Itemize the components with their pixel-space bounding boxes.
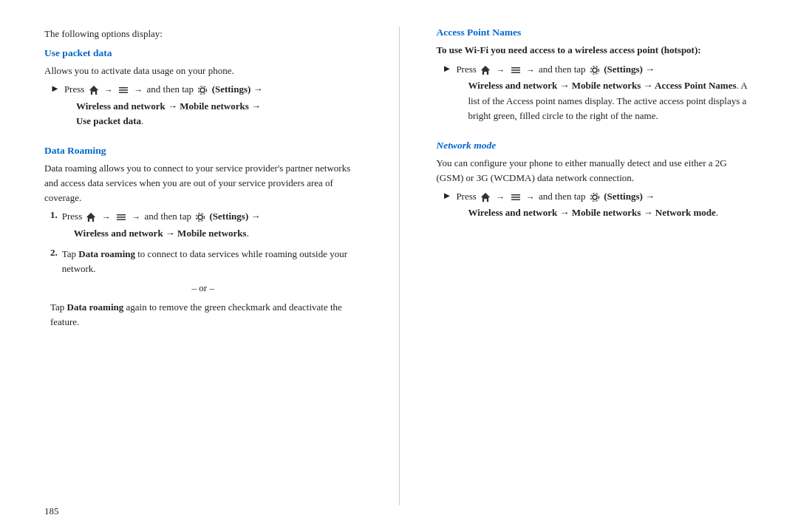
path-text4: Wireless and network → Mobile networks →… bbox=[468, 207, 715, 218]
arrow4: → bbox=[132, 212, 140, 222]
left-column: The following options display: Use packe… bbox=[44, 27, 362, 505]
press-label2: Press bbox=[62, 211, 82, 222]
access-point-names-heading: Access Point Names bbox=[437, 27, 754, 38]
svg-rect-5 bbox=[117, 214, 126, 216]
step2b: Tap Data roaming again to remove the gre… bbox=[44, 300, 362, 330]
press-label: Press bbox=[64, 83, 84, 95]
arrow5: → bbox=[496, 65, 505, 75]
svg-rect-11 bbox=[511, 69, 520, 71]
step2-num: 2. bbox=[50, 247, 58, 259]
use-packet-data-section: Use packet data Allows you to activate d… bbox=[44, 47, 362, 134]
arrow2: → bbox=[134, 85, 143, 95]
data-roaming-step1: 1. Press → bbox=[44, 209, 362, 243]
tap-label2: Tap bbox=[50, 301, 64, 313]
data-roaming-step2: 2. Tap Data roaming to connect to data s… bbox=[44, 247, 362, 276]
settings-label: (Settings) → bbox=[212, 83, 263, 95]
svg-point-8 bbox=[198, 215, 202, 219]
and-then-tap-label: and then tap bbox=[147, 83, 197, 95]
access-point-names-section: Access Point Names To use Wi-Fi you need… bbox=[437, 27, 754, 129]
arrow7: → bbox=[496, 192, 505, 202]
svg-rect-10 bbox=[511, 67, 520, 69]
intro-text: The following options display: bbox=[44, 27, 362, 41]
settings-icon4 bbox=[589, 191, 601, 203]
page-number: 185 bbox=[44, 505, 59, 517]
svg-point-18 bbox=[593, 195, 597, 200]
home-icon4 bbox=[480, 191, 491, 203]
column-divider bbox=[399, 27, 400, 505]
use-packet-data-end: Use packet data bbox=[76, 115, 141, 126]
settings-label2: (Settings) → bbox=[210, 211, 261, 222]
data-roaming-step2-content: Tap Data roaming to connect to data serv… bbox=[62, 247, 362, 276]
path-text3: Wireless and network → Mobile networks →… bbox=[468, 80, 736, 91]
and-then-tap-label2: and then tap bbox=[144, 211, 194, 222]
path-text2: Wireless and network → Mobile networks bbox=[74, 228, 247, 239]
svg-point-19 bbox=[590, 194, 598, 202]
svg-rect-1 bbox=[119, 89, 128, 91]
access-point-bullet-content: Press → → and bbox=[456, 62, 754, 126]
svg-point-9 bbox=[197, 214, 205, 222]
network-mode-bullet-content: Press → → and bbox=[456, 189, 718, 223]
svg-point-13 bbox=[593, 68, 597, 72]
arrow3: → bbox=[102, 212, 111, 222]
network-mode-path: Wireless and network → Mobile networks →… bbox=[456, 205, 718, 220]
network-mode-section: Network mode You can configure your phon… bbox=[437, 140, 754, 227]
step1-num: 1. bbox=[50, 209, 58, 221]
arrow1: → bbox=[104, 85, 113, 95]
svg-rect-6 bbox=[117, 217, 126, 219]
home-icon2 bbox=[85, 211, 97, 223]
access-point-path: Wireless and network → Mobile networks →… bbox=[456, 78, 754, 123]
svg-rect-0 bbox=[119, 87, 128, 89]
use-packet-data-bullet-content: Press → → and bbox=[64, 82, 263, 132]
data-roaming-bold: Data roaming bbox=[78, 248, 135, 259]
path-after2: . bbox=[716, 207, 718, 218]
press-label3: Press bbox=[456, 64, 476, 75]
data-roaming-section: Data Roaming Data roaming allows you to … bbox=[44, 145, 362, 333]
svg-rect-15 bbox=[511, 194, 520, 196]
menu-icon bbox=[117, 84, 129, 96]
settings-icon bbox=[197, 84, 208, 96]
data-roaming-step1-content: Press → → and bbox=[62, 209, 261, 243]
settings-label4: (Settings) → bbox=[604, 191, 655, 202]
period: . bbox=[141, 115, 143, 126]
home-icon3 bbox=[480, 64, 491, 76]
settings-icon3 bbox=[589, 64, 601, 76]
use-packet-data-heading: Use packet data bbox=[44, 47, 362, 59]
network-mode-heading: Network mode bbox=[437, 140, 754, 151]
and-then-tap-label3: and then tap bbox=[539, 64, 588, 75]
svg-rect-17 bbox=[511, 200, 520, 201]
arrow6: → bbox=[526, 65, 535, 75]
data-roaming-bold2: Data roaming bbox=[67, 301, 124, 313]
svg-point-3 bbox=[200, 88, 205, 92]
svg-rect-7 bbox=[117, 219, 126, 221]
bullet-arrow3: ► bbox=[443, 190, 452, 202]
or-line: – or – bbox=[44, 282, 362, 294]
page: The following options display: Use packe… bbox=[0, 0, 798, 532]
svg-rect-16 bbox=[511, 197, 520, 198]
path-text: Wireless and network → Mobile networks → bbox=[76, 100, 261, 112]
use-packet-data-description: Allows you to activate data usage on you… bbox=[44, 64, 362, 78]
settings-icon2 bbox=[194, 211, 206, 223]
menu-icon4 bbox=[510, 191, 522, 203]
right-column: Access Point Names To use Wi-Fi you need… bbox=[437, 27, 754, 505]
home-icon bbox=[88, 84, 100, 96]
network-mode-bullet: ► Press → bbox=[437, 189, 754, 223]
use-packet-data-path: Wireless and network → Mobile networks →… bbox=[64, 99, 263, 129]
tap-label: Tap bbox=[62, 248, 76, 259]
press-label4: Press bbox=[456, 191, 476, 202]
svg-rect-2 bbox=[119, 92, 128, 94]
data-roaming-path: Wireless and network → Mobile networks. bbox=[62, 226, 261, 241]
arrow8: → bbox=[526, 192, 535, 202]
menu-icon2 bbox=[115, 211, 127, 223]
data-roaming-heading: Data Roaming bbox=[44, 145, 362, 157]
use-packet-data-bullet: ► Press → bbox=[44, 82, 362, 132]
svg-point-4 bbox=[199, 86, 207, 95]
menu-icon3 bbox=[510, 64, 522, 76]
period2: . bbox=[247, 228, 249, 239]
and-then-tap-label4: and then tap bbox=[539, 191, 588, 202]
access-point-intro: To use Wi-Fi you need access to a wirele… bbox=[437, 43, 754, 58]
bullet-arrow: ► bbox=[50, 83, 60, 95]
data-roaming-description: Data roaming allows you to connect to yo… bbox=[44, 161, 362, 205]
access-point-bullet: ► Press → bbox=[437, 62, 754, 126]
bullet-arrow2: ► bbox=[443, 63, 452, 75]
settings-label3: (Settings) → bbox=[604, 64, 655, 75]
